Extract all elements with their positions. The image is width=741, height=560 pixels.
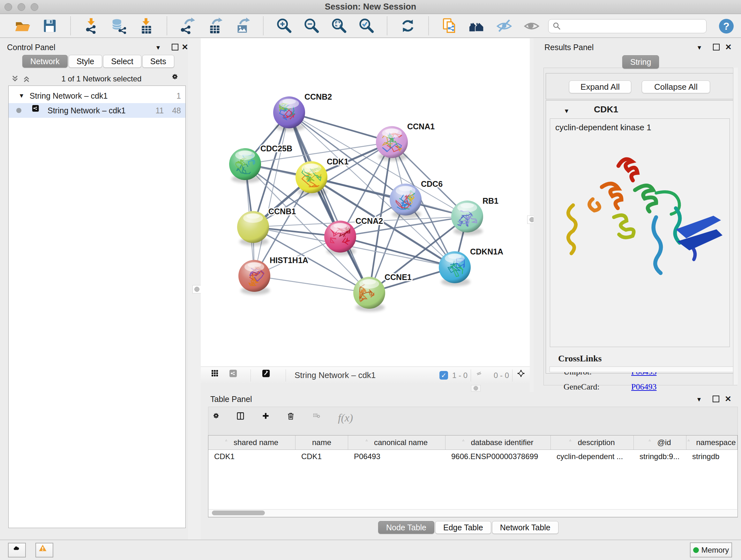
network-edge[interactable] — [289, 112, 369, 293]
houses-icon[interactable] — [468, 17, 486, 35]
network-node-cdkn1a[interactable]: CDKN1A — [439, 247, 503, 286]
cloud-button[interactable] — [8, 543, 26, 557]
control-panel-float-icon[interactable] — [172, 44, 179, 51]
column-header-namespace[interactable]: namespace — [686, 435, 738, 449]
network-edge[interactable] — [340, 237, 455, 267]
zoom-in-icon[interactable] — [275, 17, 293, 35]
export-image-icon[interactable] — [233, 17, 252, 35]
crosshair-icon[interactable] — [517, 370, 529, 381]
columns-icon[interactable] — [237, 412, 249, 424]
collapse-all-icon[interactable] — [11, 75, 19, 83]
warning-button[interactable] — [36, 543, 53, 557]
collapse-all-button[interactable]: Collapse All — [642, 80, 710, 93]
birdseye-icon[interactable] — [262, 370, 274, 381]
control-panel-menu-icon[interactable]: ▾ — [156, 44, 160, 52]
network-collection-row[interactable]: ▼ String Network – cdk1 1 — [9, 86, 185, 103]
plus-icon[interactable] — [262, 412, 273, 424]
trash-icon[interactable] — [287, 412, 298, 424]
results-panel-float-icon[interactable] — [713, 44, 720, 51]
save-icon[interactable] — [41, 17, 59, 35]
results-panel-menu-icon[interactable]: ▾ — [697, 44, 701, 52]
tab-sets[interactable]: Sets — [142, 55, 174, 68]
table-splitter-handle[interactable] — [471, 385, 481, 391]
import-database-icon[interactable] — [110, 17, 128, 35]
eye-slash-icon[interactable] — [495, 17, 513, 35]
zoom-fit-icon[interactable] — [330, 17, 348, 35]
duplicate-documents-icon[interactable] — [441, 17, 458, 35]
column-header-database-identifier[interactable]: database identifier — [446, 435, 551, 449]
search-input[interactable] — [561, 21, 700, 31]
network-row[interactable]: String Network – cdk1 11 48 — [9, 103, 185, 118]
tab-string[interactable]: String — [622, 55, 659, 69]
open-folder-icon[interactable] — [13, 17, 31, 35]
column-header-description[interactable]: description — [551, 435, 634, 449]
left-splitter-handle[interactable] — [192, 285, 201, 294]
column-header-name[interactable]: name — [295, 435, 348, 449]
column-header-canonical-name[interactable]: canonical name — [348, 435, 446, 449]
import-table-icon[interactable] — [137, 17, 155, 35]
table-row[interactable]: CDK1CDK1P064939606.ENSP00000378699cyclin… — [208, 450, 738, 463]
function-builder-button[interactable]: f(x) — [338, 412, 353, 424]
gear-icon[interactable] — [213, 413, 223, 423]
table-cell[interactable]: stringdb — [686, 450, 738, 463]
checkbox-icon[interactable]: ✓ — [440, 371, 448, 380]
tab-network-table[interactable]: Network Table — [492, 521, 558, 534]
table-panel-float-icon[interactable] — [713, 395, 719, 402]
expand-all-icon[interactable] — [22, 75, 30, 83]
network-node-hist1h1a[interactable]: HIST1H1A — [239, 256, 308, 295]
collection-caret-icon[interactable]: ▼ — [18, 92, 24, 99]
eye-slash-small-icon[interactable] — [476, 371, 486, 380]
refresh-icon[interactable] — [399, 17, 417, 35]
right-splitter[interactable] — [530, 38, 534, 392]
eye-icon[interactable] — [523, 17, 541, 35]
table-cell[interactable]: P06493 — [348, 450, 446, 463]
memory-button[interactable]: Memory — [690, 543, 732, 557]
network-node-cdc25b[interactable]: CDC25B — [229, 144, 292, 183]
grid-icon[interactable] — [212, 370, 222, 381]
results-panel-close-icon[interactable]: ✕ — [725, 43, 732, 52]
import-network-icon[interactable] — [82, 17, 100, 35]
tab-network[interactable]: Network — [22, 55, 68, 68]
table-panel-close-icon[interactable]: ✕ — [725, 394, 731, 403]
delete-table-icon[interactable] — [312, 413, 325, 423]
control-panel-close-icon[interactable]: ✕ — [182, 43, 188, 52]
export-table-icon[interactable] — [206, 17, 224, 35]
share-chip-icon[interactable] — [229, 370, 241, 381]
network-node-ccna1[interactable]: CCNA1 — [376, 122, 434, 161]
network-edge[interactable] — [312, 177, 467, 216]
table-cell[interactable]: 9606.ENSP00000378699 — [446, 450, 551, 463]
expand-all-button[interactable]: Expand All — [569, 80, 631, 93]
table-cell[interactable]: stringdb:9... — [634, 450, 686, 463]
search-field[interactable] — [548, 19, 706, 33]
zoom-selected-icon[interactable] — [357, 17, 375, 35]
network-canvas[interactable]: CCNB2CCNA1CDC25BCDK1CDC6RB1CCNB1CCNA2CDK… — [201, 38, 530, 367]
table-panel-menu-icon[interactable]: ▾ — [697, 395, 701, 403]
column-header--id[interactable]: @id — [634, 435, 686, 449]
window-close-button[interactable] — [4, 3, 12, 11]
table-cell[interactable]: CDK1 — [295, 450, 348, 463]
network-node-ccnb2[interactable]: CCNB2 — [273, 92, 332, 131]
network-node-cdc6[interactable]: CDC6 — [390, 179, 443, 219]
column-header-shared-name[interactable]: shared name — [208, 435, 295, 449]
tab-style[interactable]: Style — [69, 55, 103, 68]
table-cell[interactable]: cyclin-dependent ... — [551, 450, 634, 463]
gene-caret-icon[interactable]: ▼ — [563, 108, 569, 115]
tab-node-table[interactable]: Node Table — [378, 521, 434, 534]
tab-edge-table[interactable]: Edge Table — [435, 521, 491, 534]
gear-icon[interactable] — [172, 74, 182, 84]
network-graph[interactable]: CCNB2CCNA1CDC25BCDK1CDC6RB1CCNB1CCNA2CDK… — [201, 38, 530, 367]
network-node-cdk1[interactable]: CDK1 — [295, 157, 348, 196]
table-hscrollbar-thumb[interactable] — [212, 510, 265, 515]
window-zoom-button[interactable] — [30, 3, 38, 11]
help-button[interactable]: ? — [719, 19, 734, 34]
table-cell[interactable]: CDK1 — [208, 450, 295, 463]
network-edge[interactable] — [254, 276, 369, 293]
table-hscrollbar[interactable] — [209, 509, 737, 516]
export-network-icon[interactable] — [179, 17, 197, 35]
network-node-rb1[interactable]: RB1 — [451, 196, 498, 235]
window-minimize-button[interactable] — [17, 3, 25, 11]
tab-select[interactable]: Select — [103, 55, 141, 68]
results-vscrollbar[interactable] — [733, 68, 738, 385]
results-hscrollbar[interactable] — [549, 367, 733, 372]
zoom-out-icon[interactable] — [302, 17, 320, 35]
